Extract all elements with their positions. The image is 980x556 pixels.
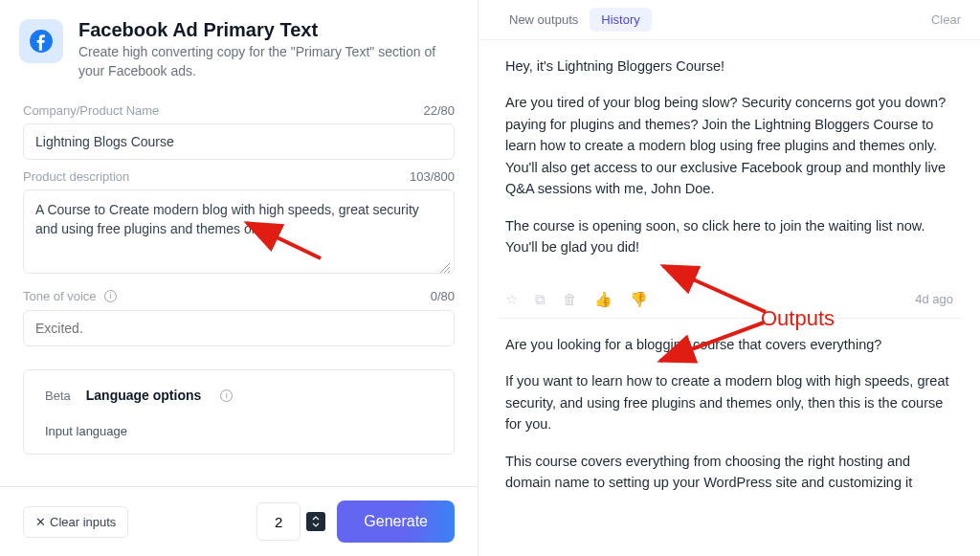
thumbs-up-icon[interactable]: 👍 — [594, 291, 612, 308]
star-icon[interactable]: ☆ — [505, 291, 518, 308]
company-input[interactable] — [23, 123, 455, 160]
page-subtitle: Create high converting copy for the "Pri… — [78, 43, 455, 80]
description-count: 103/800 — [410, 169, 455, 184]
template-header: Facebook Ad Primary Text Create high con… — [0, 0, 478, 94]
clear-inputs-button[interactable]: ✕ Clear inputs — [23, 506, 128, 538]
form-footer: ✕ Clear inputs Generate — [0, 486, 478, 556]
output-text: The course is opening soon, so click her… — [505, 215, 953, 258]
copy-icon[interactable]: ⧉ — [535, 291, 546, 308]
input-language-label: Input language — [45, 424, 433, 438]
facebook-icon — [19, 19, 63, 63]
output-tabs: New outputs History Clear — [479, 0, 980, 40]
info-icon: i — [220, 389, 233, 402]
output-text: Are you looking for a blogging course th… — [505, 334, 953, 355]
company-label: Company/Product Name — [23, 103, 159, 118]
output-toolbar: ☆ ⧉ 🗑 👍 👎 4d ago — [498, 285, 961, 319]
form-panel: Facebook Ad Primary Text Create high con… — [0, 0, 479, 556]
page-title: Facebook Ad Primary Text — [78, 19, 455, 41]
output-text: If you want to learn how to create a mod… — [505, 370, 953, 434]
company-count: 22/80 — [423, 103, 455, 118]
info-icon: i — [104, 290, 117, 302]
language-title: Language options — [86, 388, 202, 403]
description-input[interactable] — [23, 189, 455, 274]
clear-outputs-button[interactable]: Clear — [931, 12, 961, 27]
output-card[interactable]: Are you looking for a blogging course th… — [498, 319, 961, 521]
language-options: Beta Language options i Input language — [23, 369, 455, 455]
output-text: This course covers everything from choos… — [505, 451, 953, 494]
tone-count: 0/80 — [431, 289, 455, 303]
thumbs-down-icon[interactable]: 👎 — [630, 291, 648, 308]
output-panel: New outputs History Clear Hey, it's Ligh… — [479, 0, 980, 556]
trash-icon[interactable]: 🗑 — [563, 291, 577, 307]
output-text: Are you tired of your blog being slow? S… — [505, 92, 953, 199]
beta-badge: Beta — [45, 389, 71, 403]
tone-input[interactable] — [23, 310, 455, 346]
timestamp: 4d ago — [915, 292, 953, 306]
output-card[interactable]: Hey, it's Lightning Bloggers Course! Are… — [498, 40, 961, 285]
description-label: Product description — [23, 169, 129, 184]
output-text: Hey, it's Lightning Bloggers Course! — [505, 56, 953, 77]
close-icon: ✕ — [35, 515, 46, 529]
generate-button[interactable]: Generate — [337, 500, 455, 543]
tone-label: Tone of voice — [23, 289, 97, 303]
tone-field: Tone of voice i 0/80 — [23, 287, 455, 346]
tab-history[interactable]: History — [590, 8, 651, 32]
stepper-control-icon[interactable] — [306, 512, 325, 531]
description-field: Product description 103/800 — [23, 169, 455, 278]
company-field: Company/Product Name 22/80 — [23, 103, 455, 160]
clear-label: Clear inputs — [50, 515, 116, 529]
tab-new-outputs[interactable]: New outputs — [498, 8, 590, 32]
quantity-stepper[interactable] — [256, 502, 301, 541]
